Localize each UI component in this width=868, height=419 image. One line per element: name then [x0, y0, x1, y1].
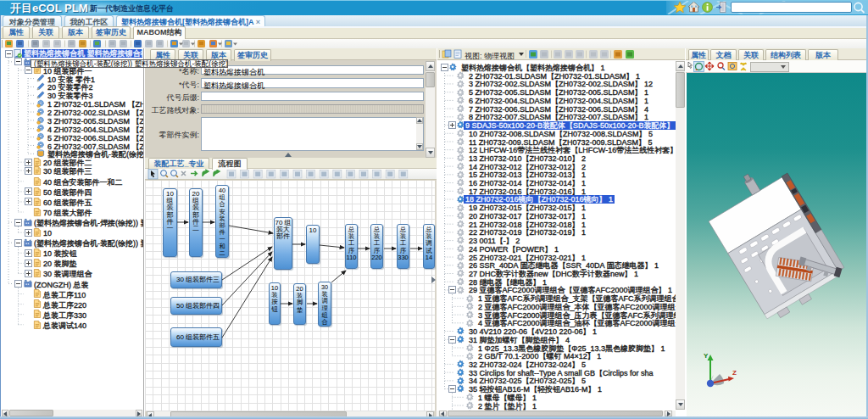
svg-text:Y: Y — [704, 352, 709, 360]
svg-text:Z: Z — [732, 369, 737, 377]
